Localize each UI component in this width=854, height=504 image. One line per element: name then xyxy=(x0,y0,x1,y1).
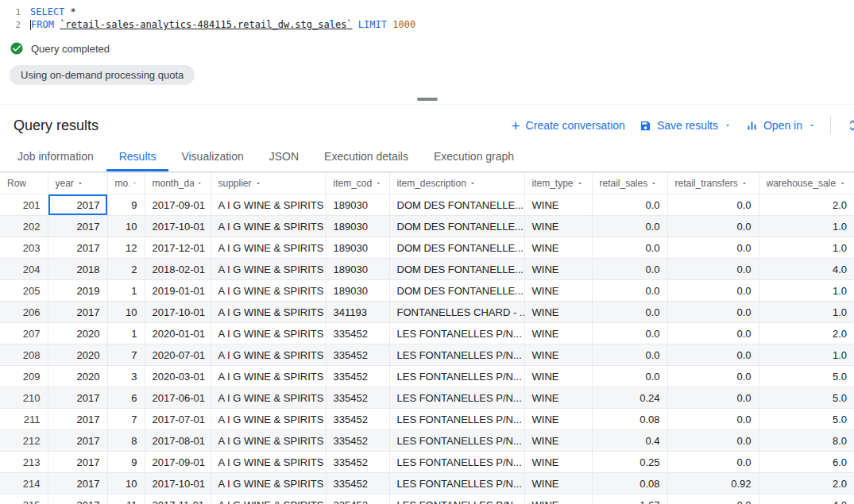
cell-row[interactable]: 207 xyxy=(0,323,48,344)
cell-month_date[interactable]: 2020-03-01 xyxy=(145,366,211,387)
cell-item_code[interactable]: 341193 xyxy=(326,302,389,323)
cell-item_description[interactable]: LES FONTANELLES P/N... xyxy=(389,387,524,409)
column-header-item_type[interactable]: item_type xyxy=(524,173,592,194)
cell-month_date[interactable]: 2020-01-01 xyxy=(145,323,211,344)
cell-item_description[interactable]: DOM DES FONTANELLE... xyxy=(389,280,524,302)
cell-mo[interactable]: 9 xyxy=(107,194,145,216)
cell-warehouse_sales[interactable]: 6.0 xyxy=(759,452,854,473)
cell-mo[interactable]: 10 xyxy=(107,216,145,237)
cell-row[interactable]: 204 xyxy=(0,259,48,280)
column-header-item_code[interactable]: item_code xyxy=(326,173,389,194)
cell-item_type[interactable]: WINE xyxy=(524,302,592,323)
cell-retail_sales[interactable]: 0.0 xyxy=(592,216,667,237)
cell-item_code[interactable]: 189030 xyxy=(326,280,389,302)
cell-mo[interactable]: 10 xyxy=(107,302,145,323)
cell-row[interactable]: 215 xyxy=(0,494,48,504)
cell-item_code[interactable]: 189030 xyxy=(326,216,389,237)
editor-line[interactable]: 2FROM `retail-sales-analytics-484115.ret… xyxy=(0,18,854,31)
cell-retail_transfers[interactable]: 0.0 xyxy=(667,194,759,216)
cell-year[interactable]: 2017 xyxy=(48,216,107,237)
cell-item_description[interactable]: LES FONTANELLES P/N... xyxy=(389,430,524,452)
cell-supplier[interactable]: A I G WINE & SPIRITS xyxy=(211,280,326,302)
cell-row[interactable]: 211 xyxy=(0,409,48,430)
cell-supplier[interactable]: A I G WINE & SPIRITS xyxy=(211,494,326,504)
cell-retail_transfers[interactable]: 0.0 xyxy=(667,409,759,430)
cell-row[interactable]: 205 xyxy=(0,280,48,302)
cell-item_type[interactable]: WINE xyxy=(524,494,592,504)
open-in-button[interactable]: Open in xyxy=(746,119,816,132)
cell-month_date[interactable]: 2020-07-01 xyxy=(145,344,211,366)
save-results-button[interactable]: Save results xyxy=(640,119,732,132)
cell-retail_transfers[interactable]: 0.0 xyxy=(667,259,759,280)
cell-retail_transfers[interactable]: 0.0 xyxy=(667,494,759,504)
cell-mo[interactable]: 3 xyxy=(107,366,145,387)
sql-editor[interactable]: 1SELECT *2FROM `retail-sales-analytics-4… xyxy=(0,0,854,35)
cell-supplier[interactable]: A I G WINE & SPIRITS xyxy=(211,259,326,280)
cell-month_date[interactable]: 2018-02-01 xyxy=(145,259,211,280)
cell-year[interactable]: 2017 xyxy=(48,194,107,216)
cell-item_description[interactable]: LES FONTANELLES P/N... xyxy=(389,409,524,430)
cell-row[interactable]: 208 xyxy=(0,344,48,366)
cell-retail_transfers[interactable]: 0.0 xyxy=(667,344,759,366)
cell-item_description[interactable]: DOM DES FONTANELLE... xyxy=(389,216,524,237)
column-header-month_date[interactable]: month_date xyxy=(145,173,211,194)
cell-mo[interactable]: 12 xyxy=(107,237,145,259)
cell-month_date[interactable]: 2019-01-01 xyxy=(145,280,211,302)
cell-year[interactable]: 2017 xyxy=(48,452,107,473)
cell-retail_transfers[interactable]: 0.92 xyxy=(667,473,759,494)
tab-execution-graph[interactable]: Execution graph xyxy=(421,141,527,171)
cell-warehouse_sales[interactable]: 2.0 xyxy=(759,194,854,216)
cell-retail_transfers[interactable]: 0.0 xyxy=(667,237,759,259)
tab-visualization[interactable]: Visualization xyxy=(168,141,256,171)
cell-supplier[interactable]: A I G WINE & SPIRITS xyxy=(211,387,326,409)
cell-item_type[interactable]: WINE xyxy=(524,430,592,452)
cell-warehouse_sales[interactable]: 2.0 xyxy=(759,473,854,494)
cell-retail_transfers[interactable]: 0.0 xyxy=(667,302,759,323)
cell-warehouse_sales[interactable]: 1.0 xyxy=(759,216,854,237)
cell-retail_sales[interactable]: 0.08 xyxy=(592,473,667,494)
cell-supplier[interactable]: A I G WINE & SPIRITS xyxy=(211,344,326,366)
cell-item_code[interactable]: 335452 xyxy=(326,344,389,366)
cell-retail_sales[interactable]: 0.0 xyxy=(592,344,667,366)
cell-mo[interactable]: 7 xyxy=(107,409,145,430)
cell-retail_sales[interactable]: 0.25 xyxy=(592,452,667,473)
cell-item_type[interactable]: WINE xyxy=(524,237,592,259)
cell-item_code[interactable]: 335452 xyxy=(326,494,389,504)
cell-item_description[interactable]: LES FONTANELLES P/N... xyxy=(389,473,524,494)
panel-resizer[interactable] xyxy=(0,94,854,105)
cell-mo[interactable]: 2 xyxy=(107,259,145,280)
cell-item_code[interactable]: 335452 xyxy=(326,387,389,409)
cell-item_type[interactable]: WINE xyxy=(524,387,592,409)
unfold-more-button[interactable] xyxy=(845,118,854,133)
cell-month_date[interactable]: 2017-08-01 xyxy=(145,430,211,452)
cell-month_date[interactable]: 2017-06-01 xyxy=(145,387,211,409)
cell-row[interactable]: 212 xyxy=(0,430,48,452)
cell-retail_sales[interactable]: 0.24 xyxy=(592,387,667,409)
cell-item_code[interactable]: 189030 xyxy=(326,237,389,259)
cell-item_description[interactable]: DOM DES FONTANELLE... xyxy=(389,194,524,216)
tab-execution-details[interactable]: Execution details xyxy=(311,141,421,171)
cell-item_description[interactable]: LES FONTANELLES P/N... xyxy=(389,344,524,366)
cell-item_type[interactable]: WINE xyxy=(524,409,592,430)
column-header-warehouse_sales[interactable]: warehouse_sales xyxy=(759,173,854,194)
cell-item_description[interactable]: LES FONTANELLES P/N... xyxy=(389,494,524,504)
cell-warehouse_sales[interactable]: 2.0 xyxy=(759,323,854,344)
cell-item_type[interactable]: WINE xyxy=(524,366,592,387)
cell-item_description[interactable]: FONTANELLES CHARD - ... xyxy=(389,302,524,323)
cell-warehouse_sales[interactable]: 1.0 xyxy=(759,344,854,366)
cell-item_type[interactable]: WINE xyxy=(524,473,592,494)
cell-warehouse_sales[interactable]: 1.0 xyxy=(759,280,854,302)
cell-month_date[interactable]: 2017-11-01 xyxy=(145,494,211,504)
cell-retail_sales[interactable]: 0.0 xyxy=(592,302,667,323)
cell-mo[interactable]: 11 xyxy=(107,494,145,504)
cell-month_date[interactable]: 2017-10-01 xyxy=(145,302,211,323)
cell-row[interactable]: 202 xyxy=(0,216,48,237)
cell-row[interactable]: 201 xyxy=(0,194,48,216)
cell-year[interactable]: 2017 xyxy=(48,494,107,504)
cell-year[interactable]: 2020 xyxy=(48,366,107,387)
cell-retail_sales[interactable]: 0.0 xyxy=(592,237,667,259)
cell-supplier[interactable]: A I G WINE & SPIRITS xyxy=(211,452,326,473)
cell-year[interactable]: 2017 xyxy=(48,409,107,430)
cell-supplier[interactable]: A I G WINE & SPIRITS xyxy=(211,237,326,259)
cell-item_description[interactable]: DOM DES FONTANELLE... xyxy=(389,237,524,259)
